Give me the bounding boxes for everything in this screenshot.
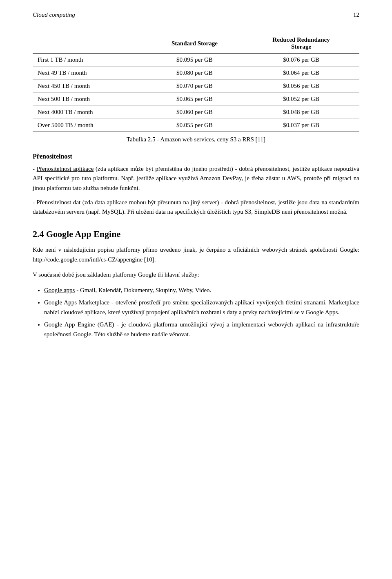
page: Cloud computing 12 Standard Storage Redu… [0,0,392,579]
page-title: Cloud computing [33,11,75,18]
table-row: Next 500 TB / month$0.065 per GB$0.052 p… [33,93,359,106]
table-cell-4-2: $0.048 per GB [243,106,359,119]
table-cell-5-1: $0.055 per GB [146,119,243,132]
table-row: Next 49 TB / month$0.080 per GB$0.064 pe… [33,67,359,80]
dash-dat: - Přenositelnost dat (zda data aplikace … [33,198,359,217]
col-header-reduced: Reduced RedundancyStorage [243,34,359,54]
bullet-item-0: Google apps - Gmail, Kalendář, Dokumenty… [44,285,359,295]
table-row: Next 450 TB / month$0.070 per GB$0.056 p… [33,80,359,93]
table-cell-1-2: $0.064 per GB [243,67,359,80]
table-cell-1-1: $0.080 per GB [146,67,243,80]
prenositelnost-heading: Přenositelnost [33,153,359,160]
bullet-list: Google apps - Gmail, Kalendář, Dokumenty… [44,285,359,339]
table-cell-3-0: Next 500 TB / month [33,93,146,106]
table-cell-1-0: Next 49 TB / month [33,67,146,80]
bullet-label-1: Google Apps Marketplace [44,299,109,306]
table-row: Over 5000 TB / month$0.055 per GB$0.037 … [33,119,359,132]
table-caption: Tabulka 2.5 - Amazon web services, ceny … [33,136,359,143]
bullet-text-0: - Gmail, Kalendář, Dokumenty, Skupiny, W… [75,287,211,293]
bullet-label-0: Google apps [44,287,75,293]
col-header-standard: Standard Storage [146,34,243,54]
table-cell-4-1: $0.060 per GB [146,106,243,119]
section-24-title: 2.4 Google App Engine [33,229,359,239]
bullet-item-1: Google Apps Marketplace - otevřené prost… [44,297,359,317]
table-cell-0-0: First 1 TB / month [33,54,146,67]
table-cell-2-1: $0.070 per GB [146,80,243,93]
section-24: 2.4 Google App Engine Kde není v následu… [33,229,359,339]
table-cell-5-0: Over 5000 TB / month [33,119,146,132]
table-row: First 1 TB / month$0.095 per GB$0.076 pe… [33,54,359,67]
table-cell-5-2: $0.037 per GB [243,119,359,132]
bullet-label-2: Google App Engine (GAE) [44,321,114,328]
dash-aplikace: - Přenositelnost aplikace (zda aplikace … [33,164,359,193]
table-cell-3-2: $0.052 per GB [243,93,359,106]
prenositelnost-section: Přenositelnost - Přenositelnost aplikace… [33,153,359,217]
table-cell-0-1: $0.095 per GB [146,54,243,67]
col-header-empty [33,34,146,54]
table-row: Next 4000 TB / month$0.060 per GB$0.048 … [33,106,359,119]
bullet-item-2: Google App Engine (GAE) - je cloudová pl… [44,320,359,339]
page-number: 12 [353,11,359,18]
dash-dat-text: (zda data aplikace mohou být přesunuta n… [33,199,359,215]
table-cell-2-2: $0.056 per GB [243,80,359,93]
pricing-table: Standard Storage Reduced RedundancyStora… [33,34,359,132]
dash-aplikace-label: Přenositelnost aplikace [37,165,94,172]
section-24-intro: Kde není v následujícím popisu platformy… [33,245,359,264]
table-cell-2-0: Next 450 TB / month [33,80,146,93]
section-24-services-intro: V současné době jsou základem platformy … [33,270,359,279]
table-cell-0-2: $0.076 per GB [243,54,359,67]
dash-dat-label: Přenositelnost dat [36,199,80,206]
table-cell-4-0: Next 4000 TB / month [33,106,146,119]
page-header: Cloud computing 12 [33,11,359,21]
table-cell-3-1: $0.065 per GB [146,93,243,106]
